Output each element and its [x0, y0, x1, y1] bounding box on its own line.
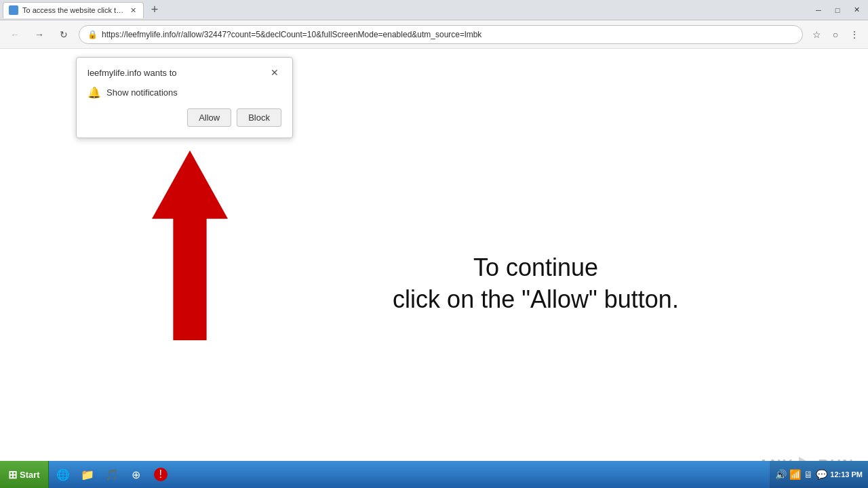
allow-button[interactable]: Allow	[187, 108, 231, 127]
taskbar-app-ie[interactable]: 🌐	[52, 464, 75, 485]
taskbar-app-chrome[interactable]: ⊕	[125, 464, 148, 485]
taskbar-app-explorer[interactable]: 📁	[76, 464, 99, 485]
addressbar: ← → ↻ 🔒 https://leefmylife.info/r/allow/…	[0, 20, 868, 49]
bell-icon: 🔔	[87, 86, 101, 99]
start-icon: ⊞	[8, 468, 17, 481]
taskbar-right: 🔊 📶 🖥 💬 12:13 PM	[770, 461, 868, 488]
popup-close-button[interactable]: ✕	[268, 66, 281, 79]
explorer-icon: 📁	[81, 468, 94, 481]
block-button[interactable]: Block	[237, 108, 281, 127]
popup-header: leefmylife.info wants to ✕	[87, 66, 281, 79]
ie-icon: 🌐	[56, 468, 70, 481]
wmp-icon: 🎵	[105, 468, 119, 481]
menu-button[interactable]: ⋮	[846, 26, 863, 43]
svg-marker-0	[152, 150, 228, 340]
taskbar-app-wmp[interactable]: 🎵	[100, 464, 123, 485]
instruction-line2: click on the "Allow" button.	[271, 284, 800, 316]
red-arrow-icon	[149, 150, 231, 340]
instruction-text: To continue click on the "Allow" button.	[271, 252, 800, 316]
notification-popup: leefmylife.info wants to ✕ 🔔 Show notifi…	[76, 57, 293, 138]
bookmark-button[interactable]: ☆	[808, 26, 825, 43]
notification-row: 🔔 Show notifications	[87, 86, 281, 99]
notification-text: Show notifications	[106, 87, 178, 98]
page-content: leefmylife.info wants to ✕ 🔔 Show notifi…	[0, 49, 868, 488]
address-field[interactable]: 🔒 https://leefmylife.info/r/allow/32447?…	[79, 25, 803, 44]
close-button[interactable]: ✕	[848, 3, 865, 17]
start-button[interactable]: ⊞ Start	[0, 461, 49, 488]
instruction-line1: To continue	[271, 252, 800, 284]
profile-button[interactable]: ○	[827, 26, 844, 43]
titlebar-left: To access the website click the "Allo...…	[3, 2, 810, 18]
taskbar-apps: 🌐 📁 🎵 ⊕ !	[49, 464, 770, 485]
refresh-button[interactable]: ↻	[54, 25, 73, 44]
minimize-button[interactable]: ─	[810, 3, 827, 17]
taskbar-time: 12:13 PM	[830, 470, 863, 479]
network-icon: 📶	[789, 469, 801, 480]
addressbar-right-icons: ☆ ○ ⋮	[808, 26, 863, 43]
new-tab-button[interactable]: +	[146, 2, 163, 18]
time-display: 12:13 PM	[830, 470, 863, 479]
popup-title: leefmylife.info wants to	[87, 68, 177, 78]
display-icon: 🖥	[804, 469, 813, 480]
forward-button[interactable]: →	[30, 25, 49, 44]
red-arrow-container	[149, 150, 231, 340]
back-button[interactable]: ←	[5, 25, 24, 44]
chrome-icon: ⊕	[132, 468, 140, 481]
message-icon: 💬	[816, 469, 827, 480]
tab-title: To access the website click the "Allo...	[22, 6, 124, 14]
maximize-button[interactable]: □	[829, 3, 846, 17]
taskbar-app-security[interactable]: !	[149, 464, 172, 485]
taskbar: ⊞ Start 🌐 📁 🎵 ⊕ ! 🔊 📶 🖥 💬 12:13 PM	[0, 461, 868, 488]
security-icon: !	[154, 468, 167, 481]
start-label: Start	[20, 470, 40, 480]
browser-tab[interactable]: To access the website click the "Allo...…	[3, 2, 144, 18]
titlebar: To access the website click the "Allo...…	[0, 0, 868, 20]
window-controls: ─ □ ✕	[810, 3, 865, 17]
tab-favicon	[9, 5, 18, 15]
tab-close-button[interactable]: ✕	[128, 5, 138, 15]
lock-icon: 🔒	[87, 30, 98, 39]
volume-icon[interactable]: 🔊	[775, 469, 787, 480]
url-text: https://leefmylife.info/r/allow/32447?co…	[102, 30, 794, 39]
popup-buttons: Allow Block	[87, 108, 281, 127]
